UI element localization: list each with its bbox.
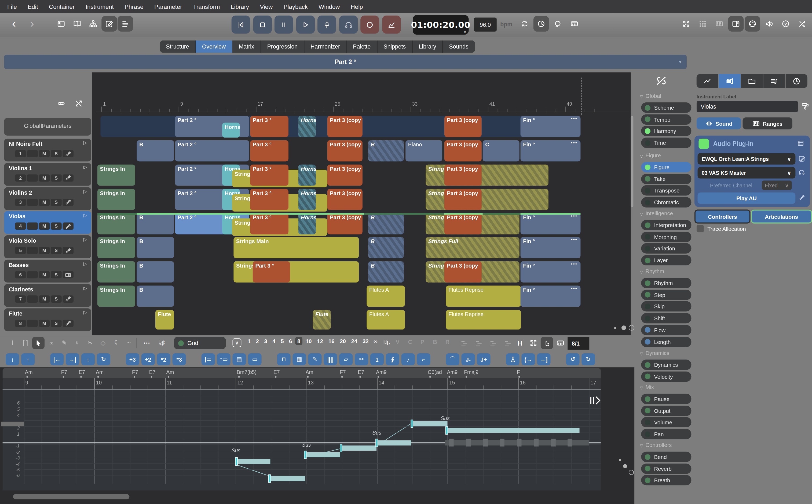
collapse-icon[interactable]: ▽ [640,212,643,216]
track-solo-button[interactable]: S [51,247,62,254]
time-display[interactable]: 01:00:20.00 ∨ [413,15,468,35]
division-16[interactable]: 16 [326,338,337,344]
keyboard-icon[interactable] [554,337,566,349]
menu-transform[interactable]: Transform [193,3,220,10]
collapse-icon[interactable]: ▽ [640,270,643,274]
grid-select[interactable]: Grid [174,337,226,349]
tools-icon[interactable] [794,16,810,32]
menu-file[interactable]: File [7,3,17,10]
track-tool-box[interactable] [63,295,74,303]
unlink-icon[interactable] [656,75,667,88]
track-violins-1[interactable]: Violins 1▷2MS [4,163,91,186]
region-b[interactable]: B [368,140,404,161]
play-au-button[interactable]: Play AU [698,192,796,204]
draw-button[interactable]: ✎ [308,353,322,365]
param-variation[interactable]: Variation [641,243,691,254]
record-icon[interactable] [360,16,379,34]
section-intelligence[interactable]: ▽Intelligence [640,210,673,216]
region-part-3-copy[interactable]: Part 3 (copy [444,140,482,161]
track-tool-box[interactable] [63,271,74,278]
pause-icon[interactable] [275,16,293,34]
forward-icon[interactable]: › [24,16,40,32]
figure-note[interactable] [376,440,411,445]
chord-e7[interactable]: E7 [358,369,364,375]
collapse-icon[interactable]: ▽ [640,154,643,158]
figure-note[interactable] [446,428,579,433]
tab-palette[interactable]: Palette [347,40,377,53]
chord-am9[interactable]: Am9 [447,369,458,375]
move-down-button[interactable]: ↓ [6,353,19,365]
track-tool-box[interactable] [63,247,74,254]
menu-container[interactable]: Container [49,3,75,10]
region-b[interactable]: B [368,261,404,283]
region-b[interactable]: B [368,237,404,258]
menu-library[interactable]: Library [231,3,249,10]
mixdown-button[interactable] [506,353,519,365]
edit-mode-icon[interactable] [101,16,117,32]
param-morphing[interactable]: Morphing [641,232,691,242]
region-part-3-copy[interactable]: Part 3 (copy [444,261,482,283]
track-mute-button[interactable]: M [39,271,50,278]
track-mute-button[interactable]: M [39,320,50,327]
track-solo-button[interactable]: S [51,223,62,230]
chord-am[interactable]: Am [306,369,313,375]
list-hang-icon[interactable] [487,337,499,349]
disclosure-icon[interactable]: ▷ [83,286,87,291]
rack-icon[interactable] [797,140,804,149]
track-clarinets[interactable]: Clarinets▷7MS [4,284,91,307]
time-dropdown-icon[interactable]: ∨ [463,30,467,34]
param-volume[interactable]: Volume [641,417,691,428]
region-horns[interactable]: Horns [298,165,316,186]
ruler-button[interactable]: ▭ [248,353,261,365]
disclosure-icon[interactable]: ▷ [83,164,87,169]
track-mute-button[interactable]: M [39,247,50,254]
range-tool-icon[interactable]: [ ] [19,337,31,349]
track-flute[interactable]: Flute▷8MS [4,308,91,331]
track-solo-button[interactable]: S [51,174,62,181]
menu-instrument[interactable]: Instrument [86,3,114,10]
region-strings-in[interactable]: Strings In [97,165,135,186]
region-part-3-[interactable]: Part 3 ° [250,116,289,137]
section-figure[interactable]: ▽Figure [640,152,661,158]
sync-icon[interactable] [517,16,532,32]
jump-minus-button[interactable]: J- [462,353,475,365]
region-b[interactable]: B [136,286,174,307]
region-part-3-[interactable]: Part 3 ° [250,213,289,234]
curve-tool-icon[interactable]: ~ [123,337,135,349]
help-icon[interactable]: ? [778,16,793,32]
chord-e7[interactable]: E7 [79,369,85,375]
editor-ruler[interactable]: 91011121314151617 [3,378,601,390]
cycle-button[interactable]: ↻ [97,353,110,365]
chord-c6ad[interactable]: C6(ad [428,369,442,375]
plugin-select[interactable]: EWQL Orch Lean:A Strings∨ [698,153,796,164]
chord-f7[interactable]: F7 [340,369,346,375]
region-b[interactable]: B [136,213,174,234]
region-part-2-[interactable]: Part 2 ° [175,140,249,161]
region-part-3-copy[interactable]: Part 3 (copy [444,116,482,137]
editor-page-dot[interactable] [629,470,634,475]
track-tool-box[interactable] [63,320,74,327]
region-part-3-[interactable]: Part 3 ° [250,140,289,161]
figure-note[interactable] [411,421,447,426]
region-menu-icon[interactable]: ••• [571,286,577,291]
tempo-field[interactable]: 96.0 [474,18,497,32]
audition-tool-icon[interactable]: ʕ [110,337,122,349]
track-solo-button[interactable]: S [51,198,62,206]
expand-tracks-icon[interactable] [75,99,83,110]
division-24[interactable]: 24 [349,338,360,344]
levels-tab-icon[interactable] [697,74,718,88]
page-indicator-dot[interactable] [629,325,634,330]
trim-button[interactable]: ⊓ [277,353,290,365]
relation-tool-icon[interactable]: ∝ [45,337,57,349]
eraser-tool-icon[interactable]: ◇ [97,337,109,349]
arrangement-scrollbar[interactable] [631,116,634,207]
divide-3-button[interactable]: ÷3 [126,353,139,365]
punch-icon[interactable] [550,16,566,32]
multi-pencil-tool-icon[interactable]: 〃 [71,337,83,349]
multiply-3-button[interactable]: *3 [172,353,186,365]
region-b[interactable]: B [136,261,174,283]
track-mute-button[interactable]: M [39,174,50,181]
hide-icon[interactable]: H [514,337,526,349]
record-arm-icon[interactable] [318,16,336,34]
collapse-icon[interactable]: ▽ [640,444,643,448]
